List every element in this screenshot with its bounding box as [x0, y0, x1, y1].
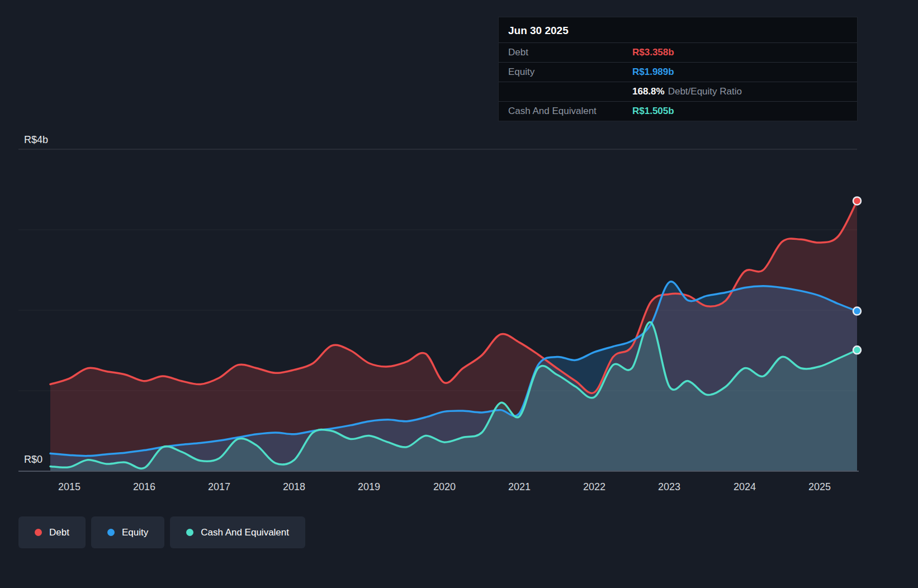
x-axis: 2015201620172018201920202021202220232024… — [0, 481, 918, 496]
legend: Debt Equity Cash And Equivalent — [18, 516, 305, 548]
tooltip-cash-value: R$1.505b — [632, 106, 848, 117]
x-axis-label: 2021 — [508, 481, 531, 493]
tooltip-equity-row: Equity R$1.989b — [499, 62, 857, 82]
tooltip-ratio-label: Debt/Equity Ratio — [668, 86, 742, 97]
x-axis-label: 2017 — [208, 481, 230, 493]
legend-item-equity[interactable]: Equity — [91, 516, 164, 548]
legend-item-label: Equity — [122, 527, 148, 538]
legend-item-cash[interactable]: Cash And Equivalent — [170, 516, 305, 548]
tooltip-cash-label: Cash And Equivalent — [508, 106, 632, 117]
cash-series-dot-icon — [186, 529, 193, 536]
page: { "page": { "background": "#171c26" }, "… — [0, 0, 918, 588]
x-axis-label: 2016 — [133, 481, 155, 493]
end-dot-equity — [853, 307, 861, 315]
y-axis-label-top: R$4b — [24, 134, 48, 146]
x-axis-label: 2023 — [658, 481, 680, 493]
tooltip-debt-row: Debt R$3.358b — [499, 42, 857, 62]
x-axis-label: 2019 — [358, 481, 380, 493]
tooltip-date: Jun 30 2025 — [499, 17, 857, 42]
x-axis-label: 2025 — [808, 481, 831, 493]
tooltip-debt-label: Debt — [508, 47, 632, 58]
end-dot-debt — [853, 197, 861, 205]
tooltip-cash-row: Cash And Equivalent R$1.505b — [499, 101, 857, 121]
legend-item-label: Debt — [49, 527, 69, 538]
end-dot-cash-and-equivalent — [853, 346, 861, 354]
x-axis-label: 2020 — [433, 481, 456, 493]
equity-series-dot-icon — [107, 529, 115, 536]
tooltip-ratio-row: 168.8%Debt/Equity Ratio — [499, 82, 857, 101]
tooltip-equity-value: R$1.989b — [632, 67, 848, 78]
x-axis-label: 2022 — [583, 481, 605, 493]
legend-item-label: Cash And Equivalent — [201, 527, 289, 538]
y-axis-label-bottom: R$0 — [24, 454, 42, 466]
legend-item-debt[interactable]: Debt — [18, 516, 86, 548]
tooltip-debt-value: R$3.358b — [632, 47, 848, 58]
x-axis-label: 2015 — [58, 481, 81, 493]
debt-series-dot-icon — [35, 529, 42, 536]
tooltip-ratio-text: 168.8%Debt/Equity Ratio — [632, 86, 848, 97]
tooltip-equity-label: Equity — [508, 67, 632, 78]
x-axis-label: 2024 — [734, 481, 756, 493]
chart-tooltip: Jun 30 2025 Debt R$3.358b Equity R$1.989… — [498, 17, 858, 121]
tooltip-ratio-value: 168.8% — [632, 86, 665, 97]
x-axis-label: 2018 — [283, 481, 305, 493]
